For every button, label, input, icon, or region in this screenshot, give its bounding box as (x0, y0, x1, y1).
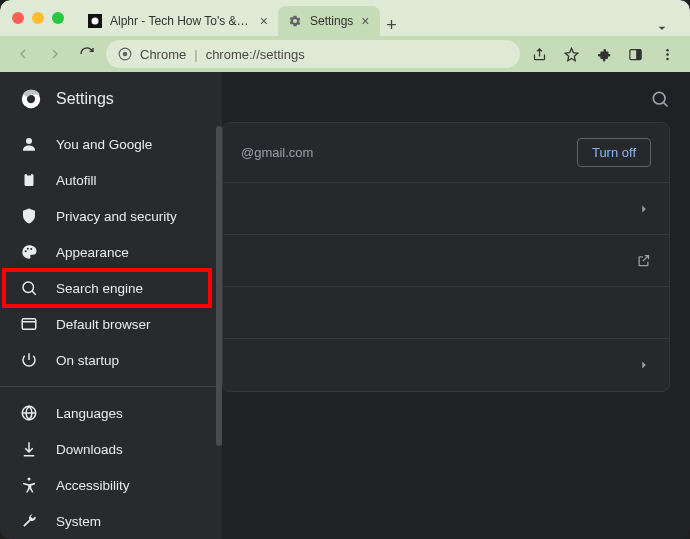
tab-alphr[interactable]: Alphr - Tech How To's & Guide × (78, 6, 278, 36)
tab-label: Alphr - Tech How To's & Guide (110, 14, 252, 28)
alphr-favicon-icon (88, 14, 102, 28)
sidebar-item-system[interactable]: System (0, 503, 222, 539)
sidebar-item-label: Languages (56, 406, 123, 421)
sidebar-item-languages[interactable]: Languages (0, 395, 222, 431)
sidebar-item-appearance[interactable]: Appearance (0, 234, 222, 270)
close-tab-icon[interactable]: × (260, 13, 268, 29)
svg-point-7 (666, 53, 669, 56)
close-window-button[interactable] (12, 12, 24, 24)
card-row[interactable] (223, 339, 669, 391)
sidebar-item-label: On startup (56, 353, 119, 368)
settings-sidebar: You and Google Autofill Privacy and secu… (0, 72, 222, 539)
svg-point-15 (25, 250, 27, 252)
svg-point-1 (92, 18, 99, 25)
sidebar-item-autofill[interactable]: Autofill (0, 162, 222, 198)
sidebar-item-label: Appearance (56, 245, 129, 260)
menu-button[interactable] (654, 41, 680, 67)
maximize-window-button[interactable] (52, 12, 64, 24)
svg-point-6 (666, 48, 669, 51)
tab-strip: Alphr - Tech How To's & Guide × Settings… (78, 0, 678, 36)
svg-point-12 (26, 138, 32, 144)
card-row[interactable] (223, 235, 669, 287)
page-title: Settings (56, 90, 114, 108)
card-row[interactable] (223, 183, 669, 235)
sidebar-item-label: Privacy and security (56, 209, 177, 224)
svg-point-21 (28, 478, 31, 481)
browser-icon (20, 315, 38, 333)
back-button[interactable] (10, 41, 36, 67)
sidebar-item-default-browser[interactable]: Default browser (0, 306, 222, 342)
sidebar-item-label: Default browser (56, 317, 151, 332)
globe-icon (20, 404, 38, 422)
svg-rect-19 (22, 319, 36, 330)
address-bar[interactable]: Chrome | chrome://settings (106, 40, 520, 68)
sidebar-item-accessibility[interactable]: Accessibility (0, 467, 222, 503)
svg-rect-13 (25, 174, 34, 186)
sidebar-item-label: System (56, 514, 101, 529)
extensions-button[interactable] (590, 41, 616, 67)
sidebar-item-label: Accessibility (56, 478, 130, 493)
side-panel-button[interactable] (622, 41, 648, 67)
person-icon (20, 135, 38, 153)
share-button[interactable] (526, 41, 552, 67)
search-icon (20, 279, 38, 297)
svg-point-3 (123, 52, 128, 57)
svg-rect-14 (27, 173, 32, 176)
svg-point-11 (653, 92, 665, 104)
browser-toolbar: Chrome | chrome://settings (0, 36, 690, 72)
palette-icon (20, 243, 38, 261)
chevron-right-icon (637, 358, 651, 372)
svg-rect-5 (636, 49, 641, 59)
wrench-icon (20, 512, 38, 530)
omnibox-url: chrome://settings (206, 47, 305, 62)
reload-button[interactable] (74, 41, 100, 67)
tab-dropdown-button[interactable] (654, 20, 678, 36)
sidebar-item-label: Autofill (56, 173, 97, 188)
window-titlebar: Alphr - Tech How To's & Guide × Settings… (0, 0, 690, 36)
sidebar-item-you-and-google[interactable]: You and Google (0, 126, 222, 162)
sidebar-item-label: Search engine (56, 281, 143, 296)
sync-account-row[interactable]: @gmail.com Turn off (223, 123, 669, 183)
forward-button[interactable] (42, 41, 68, 67)
omnibox-scheme: Chrome (140, 47, 186, 62)
settings-appbar: Settings (0, 72, 690, 126)
search-settings-button[interactable] (650, 89, 670, 109)
chrome-logo-icon (20, 88, 42, 110)
new-tab-button[interactable]: + (380, 15, 404, 36)
chrome-product-icon (118, 47, 132, 61)
svg-point-18 (23, 282, 34, 293)
download-icon (20, 440, 38, 458)
sidebar-item-downloads[interactable]: Downloads (0, 431, 222, 467)
sidebar-item-label: You and Google (56, 137, 152, 152)
clipboard-icon (20, 171, 38, 189)
svg-point-8 (666, 57, 669, 60)
sidebar-item-on-startup[interactable]: On startup (0, 342, 222, 378)
sidebar-item-search-engine[interactable]: Search engine (0, 270, 222, 306)
shield-icon (20, 207, 38, 225)
omnibox-divider: | (194, 47, 197, 62)
minimize-window-button[interactable] (32, 12, 44, 24)
chevron-right-icon (637, 202, 651, 216)
sidebar-item-privacy[interactable]: Privacy and security (0, 198, 222, 234)
accessibility-icon (20, 476, 38, 494)
tab-label: Settings (310, 14, 353, 28)
account-email-fragment: @gmail.com (241, 145, 313, 160)
sidebar-separator (0, 386, 222, 387)
card-row[interactable] (223, 287, 669, 339)
svg-point-17 (30, 248, 32, 250)
traffic-lights (12, 12, 64, 24)
svg-point-16 (27, 248, 29, 250)
open-in-new-icon (636, 253, 651, 268)
tab-settings[interactable]: Settings × (278, 6, 380, 36)
sidebar-item-label: Downloads (56, 442, 123, 457)
turn-off-sync-button[interactable]: Turn off (577, 138, 651, 167)
settings-main: @gmail.com Turn off (222, 72, 690, 539)
close-tab-icon[interactable]: × (361, 13, 369, 29)
sync-card: @gmail.com Turn off (222, 122, 670, 392)
gear-icon (288, 14, 302, 28)
bookmark-button[interactable] (558, 41, 584, 67)
power-icon (20, 351, 38, 369)
